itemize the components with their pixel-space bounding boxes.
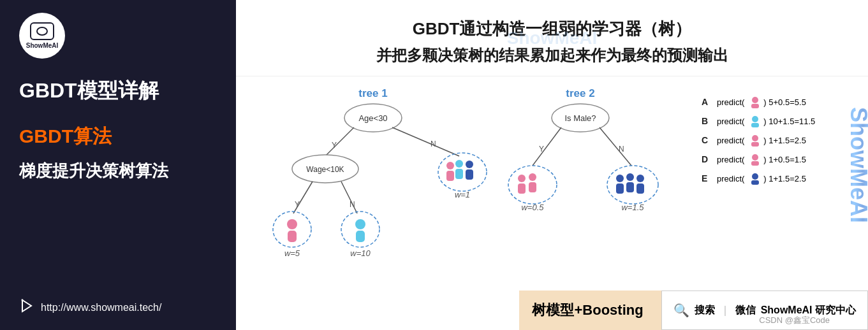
svg-point-23 [287,219,297,229]
svg-point-59 [752,173,758,180]
formula-a: ) 5+0.5=5.5 [763,97,806,107]
svg-point-11 [446,162,454,169]
svg-text:tree 2: tree 2 [566,87,594,99]
svg-point-44 [616,175,624,182]
legend-panel: A predict( ) 5+0.5=5.5 B predict( ) 10+1… [702,83,855,283]
svg-point-57 [752,154,758,161]
svg-text:w=1: w=1 [455,190,470,199]
svg-rect-12 [446,171,454,181]
header-line2: 并把多颗决策树的结果累加起来作为最终的预测输出 [249,45,855,66]
diagram-area: tree 1 Age<30 Y N Wage<10K [236,76,868,283]
svg-rect-28 [356,231,365,242]
svg-rect-58 [751,161,759,166]
logo-label: ShowMeAI [26,42,59,49]
predict-label-d: predict( [717,155,744,164]
svg-point-48 [636,175,644,182]
predict-label-a: predict( [717,97,744,107]
legend-row-d: D predict( ) 1+0.5=1.5 [702,153,855,166]
svg-point-51 [752,97,758,103]
url-text: http://www.showmeai.tech/ [41,302,161,313]
svg-point-46 [626,173,634,181]
svg-rect-60 [751,180,759,185]
svg-point-38 [518,175,526,182]
svg-line-35 [600,127,631,166]
svg-text:Is Male?: Is Male? [564,113,596,123]
svg-rect-49 [636,183,644,194]
legend-letter-e: E [702,173,714,183]
divider: ｜ [720,304,730,317]
boosting-label: 树模型+Boosting [519,291,661,330]
svg-point-15 [466,161,473,168]
svg-text:N: N [349,200,355,209]
svg-text:Age<30: Age<30 [358,113,387,123]
wechat-label: 微信 [735,304,756,317]
formula-d: ) 1+0.5=1.5 [763,155,806,164]
legend-letter-d: D [702,154,714,164]
svg-point-0 [22,299,24,301]
subtitle-orange: GBDT算法 [19,124,217,150]
search-icon: 🔍 [673,303,689,318]
legend-letter-a: A [702,97,714,107]
url-icon [19,298,34,317]
svg-rect-41 [529,182,536,192]
svg-text:w=1.5: w=1.5 [621,203,644,212]
legend-row-c: C predict( ) 1+1.5=2.5 [702,134,855,147]
svg-point-40 [529,173,536,181]
legend-row-b: B predict( ) 10+1.5=11.5 [702,115,855,127]
formula-c: ) 1+1.5=2.5 [763,136,806,145]
sidebar: ShowMeAI GBDT模型详解 GBDT算法 梯度提升决策树算法 http:… [0,0,236,330]
svg-rect-56 [751,142,759,147]
svg-text:Wage<10K: Wage<10K [306,165,344,174]
legend-row-a: A predict( ) 5+0.5=5.5 [702,96,855,108]
svg-text:N: N [430,140,436,148]
logo-icon [30,22,54,40]
legend-letter-c: C [702,135,714,145]
svg-rect-14 [455,169,463,179]
content-area: GBDT通过构造一组弱的学习器（树） 并把多颗决策树的结果累加起来作为最终的预测… [236,0,868,330]
svg-rect-47 [626,182,634,192]
svg-line-6 [392,127,459,156]
legend-row-e: E predict( ) 1+1.5=2.5 [702,172,855,185]
svg-text:Y: Y [539,145,544,154]
svg-rect-54 [751,123,759,127]
header-line1: GBDT通过构造一组弱的学习器（树） [249,18,855,40]
svg-rect-24 [288,231,297,242]
search-text: 搜索 [695,304,715,317]
formula-b: ) 10+1.5=11.5 [763,117,815,126]
svg-rect-16 [466,169,473,180]
svg-text:tree 1: tree 1 [358,87,387,99]
svg-text:w=0.5: w=0.5 [521,203,544,212]
predict-label-b: predict( [717,117,744,126]
tree-diagram: tree 1 Age<30 Y N Wage<10K [255,83,689,283]
main-title: GBDT模型详解 [19,78,217,104]
svg-rect-45 [616,183,624,194]
svg-point-13 [455,160,463,168]
logo-circle: ShowMeAI [19,13,65,59]
svg-line-4 [325,127,354,156]
svg-rect-39 [518,183,526,194]
formula-e: ) 1+1.5=2.5 [763,174,806,183]
predict-label-e: predict( [717,174,744,183]
csdn-label: CSDN @鑫宝Code [759,315,830,326]
content-header: GBDT通过构造一组弱的学习器（树） 并把多颗决策树的结果累加起来作为最终的预测… [236,0,868,76]
svg-point-55 [752,135,758,141]
svg-point-27 [355,219,365,229]
logo-area: ShowMeAI [19,13,217,59]
svg-text:Y: Y [332,141,337,150]
svg-point-53 [752,116,758,122]
svg-line-33 [533,127,561,166]
subtitle-white: 梯度提升决策树算法 [19,160,217,182]
predict-label-c: predict( [717,136,744,145]
svg-text:w=5: w=5 [284,248,300,258]
svg-text:N: N [619,145,624,154]
svg-rect-52 [751,104,759,108]
legend-letter-b: B [702,116,714,126]
url-area: http://www.showmeai.tech/ [19,298,217,317]
svg-text:w=10: w=10 [350,248,371,258]
svg-text:Y: Y [295,200,300,209]
